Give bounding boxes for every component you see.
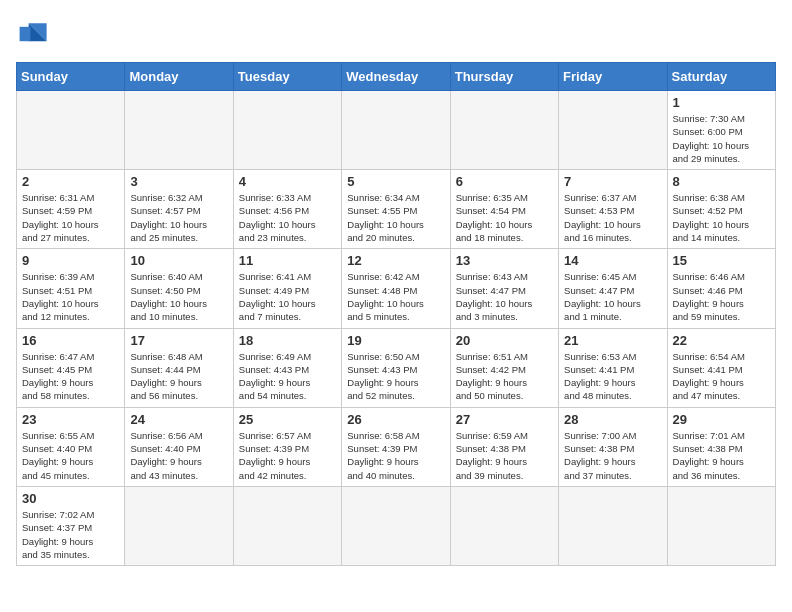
day-info: Sunrise: 6:31 AM Sunset: 4:59 PM Dayligh… bbox=[22, 191, 119, 244]
day-info: Sunrise: 6:46 AM Sunset: 4:46 PM Dayligh… bbox=[673, 270, 770, 323]
day-info: Sunrise: 6:35 AM Sunset: 4:54 PM Dayligh… bbox=[456, 191, 553, 244]
logo bbox=[16, 16, 56, 52]
day-number: 2 bbox=[22, 174, 119, 189]
calendar-cell: 1Sunrise: 7:30 AM Sunset: 6:00 PM Daylig… bbox=[667, 91, 775, 170]
day-info: Sunrise: 6:55 AM Sunset: 4:40 PM Dayligh… bbox=[22, 429, 119, 482]
day-info: Sunrise: 6:41 AM Sunset: 4:49 PM Dayligh… bbox=[239, 270, 336, 323]
day-info: Sunrise: 6:34 AM Sunset: 4:55 PM Dayligh… bbox=[347, 191, 444, 244]
calendar-cell bbox=[342, 91, 450, 170]
day-number: 11 bbox=[239, 253, 336, 268]
weekday-header-friday: Friday bbox=[559, 63, 667, 91]
day-number: 9 bbox=[22, 253, 119, 268]
day-info: Sunrise: 6:53 AM Sunset: 4:41 PM Dayligh… bbox=[564, 350, 661, 403]
calendar-cell: 10Sunrise: 6:40 AM Sunset: 4:50 PM Dayli… bbox=[125, 249, 233, 328]
calendar-cell: 4Sunrise: 6:33 AM Sunset: 4:56 PM Daylig… bbox=[233, 170, 341, 249]
day-info: Sunrise: 6:54 AM Sunset: 4:41 PM Dayligh… bbox=[673, 350, 770, 403]
day-number: 21 bbox=[564, 333, 661, 348]
day-number: 25 bbox=[239, 412, 336, 427]
calendar-cell bbox=[342, 486, 450, 565]
weekday-header-monday: Monday bbox=[125, 63, 233, 91]
week-row-2: 2Sunrise: 6:31 AM Sunset: 4:59 PM Daylig… bbox=[17, 170, 776, 249]
day-number: 16 bbox=[22, 333, 119, 348]
day-number: 27 bbox=[456, 412, 553, 427]
weekday-header-sunday: Sunday bbox=[17, 63, 125, 91]
calendar-cell: 22Sunrise: 6:54 AM Sunset: 4:41 PM Dayli… bbox=[667, 328, 775, 407]
day-info: Sunrise: 6:58 AM Sunset: 4:39 PM Dayligh… bbox=[347, 429, 444, 482]
calendar-cell: 6Sunrise: 6:35 AM Sunset: 4:54 PM Daylig… bbox=[450, 170, 558, 249]
calendar-cell: 2Sunrise: 6:31 AM Sunset: 4:59 PM Daylig… bbox=[17, 170, 125, 249]
weekday-header-thursday: Thursday bbox=[450, 63, 558, 91]
calendar-cell: 20Sunrise: 6:51 AM Sunset: 4:42 PM Dayli… bbox=[450, 328, 558, 407]
calendar-cell bbox=[233, 486, 341, 565]
calendar-cell: 27Sunrise: 6:59 AM Sunset: 4:38 PM Dayli… bbox=[450, 407, 558, 486]
day-info: Sunrise: 6:47 AM Sunset: 4:45 PM Dayligh… bbox=[22, 350, 119, 403]
calendar-cell: 12Sunrise: 6:42 AM Sunset: 4:48 PM Dayli… bbox=[342, 249, 450, 328]
calendar-cell: 16Sunrise: 6:47 AM Sunset: 4:45 PM Dayli… bbox=[17, 328, 125, 407]
day-number: 30 bbox=[22, 491, 119, 506]
day-number: 28 bbox=[564, 412, 661, 427]
calendar-cell bbox=[233, 91, 341, 170]
calendar-cell: 13Sunrise: 6:43 AM Sunset: 4:47 PM Dayli… bbox=[450, 249, 558, 328]
day-number: 22 bbox=[673, 333, 770, 348]
calendar-cell: 8Sunrise: 6:38 AM Sunset: 4:52 PM Daylig… bbox=[667, 170, 775, 249]
calendar-cell bbox=[125, 486, 233, 565]
calendar-cell bbox=[559, 91, 667, 170]
calendar-cell: 21Sunrise: 6:53 AM Sunset: 4:41 PM Dayli… bbox=[559, 328, 667, 407]
day-info: Sunrise: 6:51 AM Sunset: 4:42 PM Dayligh… bbox=[456, 350, 553, 403]
calendar-cell bbox=[559, 486, 667, 565]
day-number: 18 bbox=[239, 333, 336, 348]
day-info: Sunrise: 7:00 AM Sunset: 4:38 PM Dayligh… bbox=[564, 429, 661, 482]
day-info: Sunrise: 6:40 AM Sunset: 4:50 PM Dayligh… bbox=[130, 270, 227, 323]
day-info: Sunrise: 6:56 AM Sunset: 4:40 PM Dayligh… bbox=[130, 429, 227, 482]
calendar-cell: 19Sunrise: 6:50 AM Sunset: 4:43 PM Dayli… bbox=[342, 328, 450, 407]
day-info: Sunrise: 7:30 AM Sunset: 6:00 PM Dayligh… bbox=[673, 112, 770, 165]
day-info: Sunrise: 6:48 AM Sunset: 4:44 PM Dayligh… bbox=[130, 350, 227, 403]
day-number: 12 bbox=[347, 253, 444, 268]
weekday-header-row: SundayMondayTuesdayWednesdayThursdayFrid… bbox=[17, 63, 776, 91]
day-info: Sunrise: 6:42 AM Sunset: 4:48 PM Dayligh… bbox=[347, 270, 444, 323]
day-number: 24 bbox=[130, 412, 227, 427]
day-number: 8 bbox=[673, 174, 770, 189]
day-number: 29 bbox=[673, 412, 770, 427]
day-number: 20 bbox=[456, 333, 553, 348]
page-header bbox=[16, 16, 776, 52]
day-number: 6 bbox=[456, 174, 553, 189]
day-number: 15 bbox=[673, 253, 770, 268]
day-number: 23 bbox=[22, 412, 119, 427]
week-row-5: 23Sunrise: 6:55 AM Sunset: 4:40 PM Dayli… bbox=[17, 407, 776, 486]
day-number: 14 bbox=[564, 253, 661, 268]
day-info: Sunrise: 6:38 AM Sunset: 4:52 PM Dayligh… bbox=[673, 191, 770, 244]
day-info: Sunrise: 6:50 AM Sunset: 4:43 PM Dayligh… bbox=[347, 350, 444, 403]
calendar-cell: 7Sunrise: 6:37 AM Sunset: 4:53 PM Daylig… bbox=[559, 170, 667, 249]
svg-rect-2 bbox=[20, 27, 31, 41]
weekday-header-wednesday: Wednesday bbox=[342, 63, 450, 91]
day-number: 5 bbox=[347, 174, 444, 189]
day-number: 7 bbox=[564, 174, 661, 189]
day-info: Sunrise: 7:01 AM Sunset: 4:38 PM Dayligh… bbox=[673, 429, 770, 482]
calendar-cell: 25Sunrise: 6:57 AM Sunset: 4:39 PM Dayli… bbox=[233, 407, 341, 486]
day-info: Sunrise: 6:57 AM Sunset: 4:39 PM Dayligh… bbox=[239, 429, 336, 482]
calendar-cell: 9Sunrise: 6:39 AM Sunset: 4:51 PM Daylig… bbox=[17, 249, 125, 328]
calendar-cell: 3Sunrise: 6:32 AM Sunset: 4:57 PM Daylig… bbox=[125, 170, 233, 249]
day-number: 26 bbox=[347, 412, 444, 427]
day-number: 13 bbox=[456, 253, 553, 268]
week-row-4: 16Sunrise: 6:47 AM Sunset: 4:45 PM Dayli… bbox=[17, 328, 776, 407]
day-number: 19 bbox=[347, 333, 444, 348]
calendar-cell: 28Sunrise: 7:00 AM Sunset: 4:38 PM Dayli… bbox=[559, 407, 667, 486]
day-info: Sunrise: 6:49 AM Sunset: 4:43 PM Dayligh… bbox=[239, 350, 336, 403]
calendar-cell bbox=[450, 91, 558, 170]
day-info: Sunrise: 6:39 AM Sunset: 4:51 PM Dayligh… bbox=[22, 270, 119, 323]
weekday-header-tuesday: Tuesday bbox=[233, 63, 341, 91]
day-info: Sunrise: 6:59 AM Sunset: 4:38 PM Dayligh… bbox=[456, 429, 553, 482]
day-number: 17 bbox=[130, 333, 227, 348]
day-info: Sunrise: 6:32 AM Sunset: 4:57 PM Dayligh… bbox=[130, 191, 227, 244]
calendar-cell: 17Sunrise: 6:48 AM Sunset: 4:44 PM Dayli… bbox=[125, 328, 233, 407]
calendar-cell: 26Sunrise: 6:58 AM Sunset: 4:39 PM Dayli… bbox=[342, 407, 450, 486]
calendar-cell: 5Sunrise: 6:34 AM Sunset: 4:55 PM Daylig… bbox=[342, 170, 450, 249]
calendar-cell: 29Sunrise: 7:01 AM Sunset: 4:38 PM Dayli… bbox=[667, 407, 775, 486]
calendar-table: SundayMondayTuesdayWednesdayThursdayFrid… bbox=[16, 62, 776, 566]
week-row-1: 1Sunrise: 7:30 AM Sunset: 6:00 PM Daylig… bbox=[17, 91, 776, 170]
calendar-cell bbox=[667, 486, 775, 565]
calendar-cell bbox=[17, 91, 125, 170]
calendar-cell bbox=[125, 91, 233, 170]
